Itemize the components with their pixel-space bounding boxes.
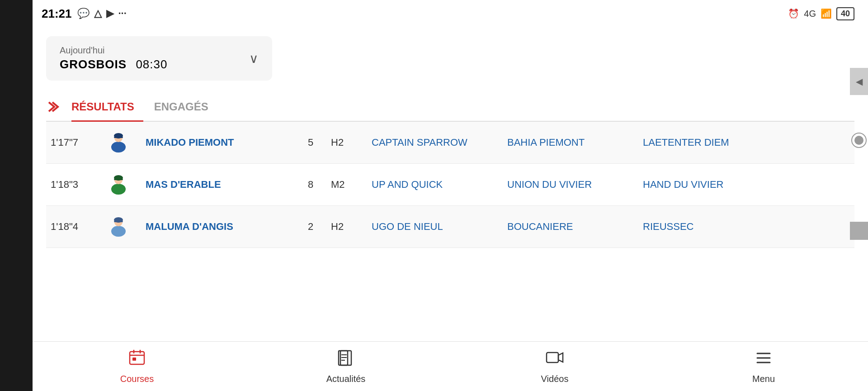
name2-cell: BAHIA PIEMONT <box>507 137 634 148</box>
tabs-section: RÉSULTATS ENGAGÉS <box>46 94 854 122</box>
triangle-icon: △ <box>94 8 102 19</box>
nav-item-actualites[interactable]: Actualités <box>241 349 450 384</box>
number-cell: 5 <box>299 137 322 148</box>
play-icon: ▶ <box>106 8 114 19</box>
jockey-avatar <box>106 172 131 197</box>
tab-icon <box>46 99 62 117</box>
date-selector[interactable]: Aujourd'hui GROSBOIS 08:30 ∨ <box>46 36 272 81</box>
nav-item-courses[interactable]: Courses <box>33 349 241 384</box>
signal-icon: 📶 <box>821 8 832 19</box>
name3-cell: RIEUSSEC <box>643 221 850 233</box>
chevron-double-icon <box>46 99 62 115</box>
category-cell: H2 <box>331 221 363 233</box>
courses-icon <box>128 349 146 371</box>
jockey-icon-cell <box>100 130 137 155</box>
name3-cell: LAETENTER DIEM <box>643 137 850 148</box>
message-icon: 💬 <box>77 8 90 19</box>
status-right: ⏰ 4G 📶 40 <box>788 7 854 20</box>
category-cell: H2 <box>331 137 363 148</box>
name2-cell: UNION DU VIVIER <box>507 179 634 191</box>
alarm-icon: ⏰ <box>788 8 799 19</box>
svg-rect-18 <box>132 358 136 361</box>
time-display: 21:21 <box>42 7 72 21</box>
svg-point-13 <box>854 136 863 145</box>
name2-cell: BOUCANIERE <box>507 221 634 233</box>
network-label: 4G <box>804 9 816 19</box>
results-table: 1'17"7 MIKADO PIEMONT 5 <box>46 122 854 248</box>
name1-cell: CAPTAIN SPARROW <box>372 137 498 148</box>
date-value: GROSBOIS 08:30 <box>60 57 167 72</box>
jockey-avatar <box>106 130 131 155</box>
table-row[interactable]: 1'17"7 MIKADO PIEMONT 5 <box>46 122 854 164</box>
number-cell: 8 <box>299 179 322 191</box>
jockey-icon-cell <box>100 172 137 197</box>
svg-rect-3 <box>114 137 123 138</box>
horse-name-cell: MALUMA D'ANGIS <box>146 221 290 233</box>
svg-marker-25 <box>558 353 563 362</box>
actualites-icon <box>337 349 355 371</box>
svg-point-4 <box>111 184 126 195</box>
svg-rect-24 <box>547 353 558 362</box>
jockey-icon-cell <box>100 214 137 239</box>
table-row[interactable]: 1'18"3 MAS D'ERABLE 8 M2 UP AND QUIC <box>46 164 854 206</box>
videos-label: Vidéos <box>541 374 569 384</box>
jockey-avatar <box>106 214 131 239</box>
name3-cell: HAND DU VIVIER <box>643 179 850 191</box>
date-selector-left: Aujourd'hui GROSBOIS 08:30 <box>60 45 167 72</box>
svg-rect-7 <box>114 179 123 180</box>
time-cell: 1'18"3 <box>51 179 91 191</box>
nav-item-menu[interactable]: Menu <box>659 349 868 384</box>
record-button[interactable] <box>850 131 868 149</box>
svg-point-8 <box>111 226 126 237</box>
chevron-down-icon[interactable]: ∨ <box>249 51 259 66</box>
status-icons: 💬 △ ▶ ··· <box>77 8 127 19</box>
more-icon: ··· <box>118 8 127 19</box>
small-button[interactable] <box>850 222 868 240</box>
battery-indicator: 40 <box>836 7 854 20</box>
tab-resultats[interactable]: RÉSULTATS <box>71 95 143 122</box>
category-cell: M2 <box>331 179 363 191</box>
bottom-nav: Courses Actualités Vidéos <box>33 341 868 391</box>
name1-cell: UGO DE NIEUL <box>372 221 498 233</box>
menu-label: Menu <box>752 374 775 384</box>
tab-engages[interactable]: ENGAGÉS <box>154 95 217 122</box>
menu-icon <box>755 349 773 371</box>
svg-rect-11 <box>114 221 123 222</box>
actualites-label: Actualités <box>326 374 366 384</box>
race-time: 08:30 <box>136 57 167 71</box>
time-cell: 1'17"7 <box>51 137 91 148</box>
courses-label: Courses <box>120 374 154 384</box>
horse-name-cell: MIKADO PIEMONT <box>146 137 290 148</box>
nav-item-videos[interactable]: Vidéos <box>450 349 659 384</box>
date-label: Aujourd'hui <box>60 45 167 56</box>
time-cell: 1'18"4 <box>51 221 91 233</box>
status-bar: 21:21 💬 △ ▶ ··· ⏰ 4G 📶 40 <box>33 0 868 27</box>
venue-name: GROSBOIS <box>60 57 127 71</box>
back-button[interactable]: ◀ <box>850 68 868 95</box>
table-row[interactable]: 1'18"4 MALUMA D'ANGIS 2 H2 UGO DE NI <box>46 206 854 248</box>
left-sidebar <box>0 0 33 391</box>
horse-name-cell: MAS D'ERABLE <box>146 179 290 191</box>
number-cell: 2 <box>299 221 322 233</box>
svg-point-0 <box>111 142 126 153</box>
videos-icon <box>546 349 564 371</box>
name1-cell: UP AND QUICK <box>372 179 498 191</box>
main-content: Aujourd'hui GROSBOIS 08:30 ∨ RÉSULTATS E… <box>33 27 868 391</box>
svg-rect-14 <box>130 352 144 364</box>
